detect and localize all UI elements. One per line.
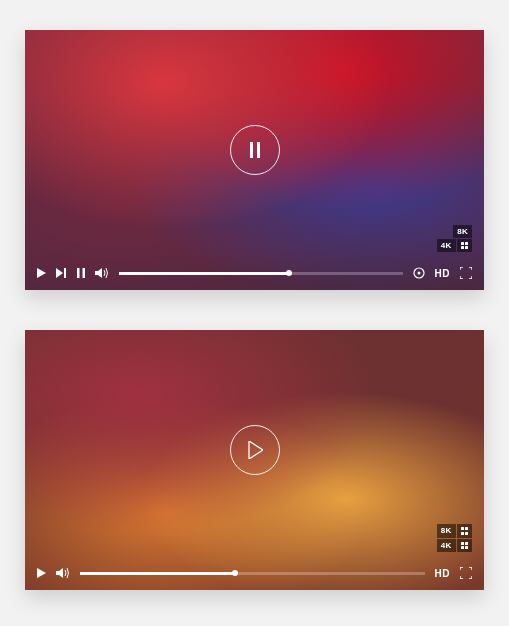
svg-point-9 (417, 272, 420, 275)
volume-button[interactable] (95, 267, 109, 279)
pause-button[interactable] (230, 125, 280, 175)
fullscreen-button[interactable] (460, 267, 472, 279)
progress-thumb[interactable] (286, 270, 292, 276)
gear-icon (413, 267, 425, 279)
play-icon (37, 268, 46, 278)
progress-thumb[interactable] (232, 570, 238, 576)
quality-option[interactable]: 8K (453, 225, 472, 238)
quality-badges: 8K 4K (437, 524, 472, 552)
controls-bar: HD (25, 256, 484, 290)
quality-option[interactable]: 4K (437, 539, 456, 553)
grid-icon[interactable] (457, 539, 473, 553)
pause-icon (77, 268, 85, 278)
hd-label[interactable]: HD (435, 268, 450, 279)
volume-button[interactable] (56, 567, 70, 579)
play-button[interactable] (230, 425, 280, 475)
volume-icon (95, 267, 109, 279)
video-player: 8K 4K HD (25, 330, 484, 590)
next-button[interactable] (56, 268, 67, 278)
svg-rect-1 (257, 142, 260, 158)
grid-icon[interactable] (457, 524, 473, 538)
play-icon (247, 441, 263, 459)
volume-icon (56, 567, 70, 579)
fullscreen-icon (460, 267, 472, 279)
next-icon (56, 268, 67, 278)
play-button-small[interactable] (37, 568, 46, 578)
svg-marker-2 (37, 268, 46, 278)
play-icon (37, 568, 46, 578)
grid-icon[interactable] (457, 239, 473, 253)
progress-fill (80, 572, 235, 575)
progress-fill (119, 272, 289, 275)
svg-marker-12 (56, 568, 63, 578)
svg-marker-10 (249, 441, 263, 459)
svg-rect-6 (83, 268, 86, 278)
pause-icon (248, 142, 262, 158)
pause-button-small[interactable] (77, 268, 85, 278)
quality-badges: 8K 4K (437, 225, 472, 253)
progress-bar[interactable] (119, 272, 403, 275)
svg-marker-11 (37, 568, 46, 578)
hd-label[interactable]: HD (435, 568, 450, 579)
quality-option[interactable]: 8K (437, 524, 456, 538)
svg-marker-7 (95, 268, 102, 278)
controls-bar: HD (25, 556, 484, 590)
progress-bar[interactable] (80, 572, 425, 575)
play-button[interactable] (37, 268, 46, 278)
video-player: 8K 4K (25, 30, 484, 290)
quality-option[interactable]: 4K (437, 239, 456, 253)
settings-button[interactable] (413, 267, 425, 279)
fullscreen-icon (460, 567, 472, 579)
svg-rect-4 (64, 268, 66, 278)
svg-rect-5 (77, 268, 80, 278)
fullscreen-button[interactable] (460, 567, 472, 579)
svg-marker-3 (56, 268, 63, 278)
svg-rect-0 (250, 142, 253, 158)
